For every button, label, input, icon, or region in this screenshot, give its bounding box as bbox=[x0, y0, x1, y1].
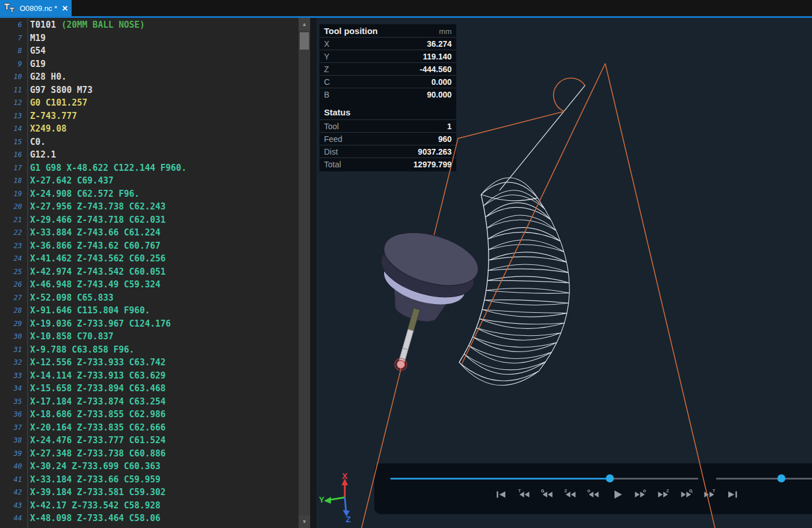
status-row-tool: Tool1 bbox=[319, 119, 456, 132]
units-label: mm bbox=[439, 27, 452, 36]
code-line[interactable]: 28X-91.646 C115.804 F960. bbox=[0, 304, 299, 317]
code-line[interactable]: 22X-33.884 Z-743.66 C61.224 bbox=[0, 226, 299, 239]
progress-slider[interactable] bbox=[390, 474, 698, 482]
code-line[interactable]: 44X-48.098 Z-733.464 C58.06 bbox=[0, 512, 299, 525]
position-row-x: X36.274 bbox=[319, 37, 456, 50]
gcode-text: M19 bbox=[30, 33, 46, 43]
hud-label: Feed bbox=[324, 134, 342, 144]
code-line[interactable]: 12G0 C101.257 bbox=[0, 96, 299, 110]
code-line[interactable]: 17G1 G98 X-48.622 C122.144 F960. bbox=[0, 162, 299, 175]
tool-position-panel: Tool position mm X36.274Y119.140Z-444.56… bbox=[319, 24, 456, 171]
hud-value: 0.000 bbox=[431, 77, 452, 87]
code-line[interactable]: 8G54 bbox=[0, 44, 299, 58]
speed-slider[interactable] bbox=[716, 474, 812, 482]
rewind-to-search-point-icon bbox=[540, 489, 555, 500]
forward-to-tool-change-button[interactable]: T bbox=[701, 488, 717, 501]
tab-close-icon[interactable]: ✕ bbox=[62, 4, 68, 13]
scrollbar-thumb[interactable] bbox=[300, 32, 309, 50]
rewind-to-search-point-button[interactable] bbox=[539, 488, 555, 501]
progress-thumb[interactable] bbox=[606, 474, 614, 482]
code-line[interactable]: 33X-14.114 Z-733.913 C63.629 bbox=[0, 369, 299, 383]
rewind-z-move-button[interactable]: Z bbox=[563, 488, 578, 501]
code-line[interactable]: 16G12.1 bbox=[0, 148, 299, 162]
line-number: 29 bbox=[0, 320, 30, 328]
cnc-simulator-window: { "tab": { "title": "O0809.nc", "modifie… bbox=[0, 0, 812, 528]
code-line[interactable]: 21X-29.466 Z-743.718 C62.031 bbox=[0, 214, 299, 227]
gcode-text: X-20.164 Z-733.835 C62.666 bbox=[30, 422, 166, 433]
code-line[interactable]: 43X-42.17 Z-733.542 C58.928 bbox=[0, 499, 299, 512]
code-line[interactable]: 23X-36.866 Z-743.62 C60.767 bbox=[0, 239, 299, 253]
forward-operation-button[interactable] bbox=[632, 488, 647, 501]
code-line[interactable]: 15C0. bbox=[0, 136, 299, 149]
line-number: 11 bbox=[0, 86, 30, 94]
gcode-text: Z-743.777 bbox=[30, 111, 77, 121]
hud-label: Dist bbox=[324, 147, 338, 156]
rewind-operation-button[interactable] bbox=[586, 488, 601, 501]
gcode-text: X-41.462 Z-743.562 C60.256 bbox=[30, 253, 166, 264]
code-line[interactable]: 27X-52.098 C65.833 bbox=[0, 291, 299, 305]
code-line[interactable]: 39X-27.348 Z-733.738 C60.886 bbox=[0, 447, 299, 460]
play-button[interactable] bbox=[609, 488, 624, 501]
forward-to-search-point-button[interactable] bbox=[678, 488, 694, 501]
code-line[interactable]: 20X-27.956 Z-743.738 C62.243 bbox=[0, 200, 299, 214]
hud-label: B bbox=[324, 90, 329, 99]
code-line[interactable]: 38X-24.476 Z-733.777 C61.524 bbox=[0, 434, 299, 447]
scroll-down-button[interactable]: ▼ bbox=[299, 515, 310, 528]
speed-track[interactable] bbox=[716, 478, 812, 480]
code-line[interactable]: 35X-17.184 Z-733.874 C63.254 bbox=[0, 395, 299, 409]
line-number: 15 bbox=[0, 138, 30, 146]
scroll-up-button[interactable]: ▲ bbox=[299, 18, 310, 31]
hud-label: Z bbox=[324, 65, 329, 74]
code-line[interactable]: 29X-19.036 Z-733.967 C124.176 bbox=[0, 317, 299, 331]
svg-text:Z: Z bbox=[346, 515, 351, 524]
code-line[interactable]: 6T0101 (20MM BALL NOSE) bbox=[0, 18, 299, 32]
line-number: 43 bbox=[0, 501, 30, 510]
code-line[interactable]: 40X-30.24 Z-733.699 C60.363 bbox=[0, 460, 299, 473]
code-line[interactable]: 31X-9.788 C63.858 F96. bbox=[0, 343, 299, 357]
line-number: 13 bbox=[0, 112, 30, 120]
hud-label: Tool bbox=[324, 122, 339, 131]
gcode-editor[interactable]: 6T0101 (20MM BALL NOSE)7M198G549G1910G28… bbox=[0, 18, 299, 528]
code-line[interactable]: 37X-20.164 Z-733.835 C62.666 bbox=[0, 421, 299, 435]
hud-value: 12979.799 bbox=[414, 160, 452, 169]
code-line[interactable]: 25X-42.974 Z-743.542 C60.051 bbox=[0, 265, 299, 279]
code-line[interactable]: 11G97 S800 M73 bbox=[0, 84, 299, 97]
code-line[interactable]: 34X-15.658 Z-733.894 C63.468 bbox=[0, 382, 299, 395]
gcode-text: X-36.866 Z-743.62 C60.767 bbox=[30, 241, 161, 251]
line-number: 10 bbox=[0, 73, 30, 81]
code-line[interactable]: 32X-12.556 Z-733.933 C63.742 bbox=[0, 356, 299, 369]
code-line[interactable]: 41X-33.184 Z-733.66 C59.959 bbox=[0, 473, 299, 486]
skip-to-end-button[interactable] bbox=[724, 488, 740, 501]
tab-o0809[interactable]: O0809.nc * ✕ bbox=[0, 0, 72, 16]
hud-value: 36.274 bbox=[427, 39, 452, 48]
code-line[interactable]: 18X-27.642 C69.437 bbox=[0, 174, 299, 188]
code-line[interactable]: 13Z-743.777 bbox=[0, 110, 299, 123]
code-line[interactable]: 36X-18.686 Z-733.855 C62.986 bbox=[0, 408, 299, 421]
code-line[interactable]: 26X-46.948 Z-743.49 C59.324 bbox=[0, 278, 299, 291]
code-line[interactable]: 30X-10.858 C70.837 bbox=[0, 330, 299, 343]
code-line[interactable]: 42X-39.184 Z-733.581 C59.302 bbox=[0, 486, 299, 499]
hud-label: Total bbox=[324, 160, 341, 169]
line-number: 6 bbox=[0, 21, 30, 29]
rewind-to-tool-change-button[interactable]: T bbox=[516, 488, 532, 501]
speed-thumb[interactable] bbox=[777, 474, 785, 482]
code-line[interactable]: 7M19 bbox=[0, 32, 299, 45]
code-line[interactable]: 10G28 H0. bbox=[0, 70, 299, 84]
skip-to-start-button[interactable] bbox=[493, 488, 509, 501]
simulation-viewport[interactable]: Tool position mm X36.274Y119.140Z-444.56… bbox=[316, 18, 812, 528]
gcode-text: X-18.686 Z-733.855 C62.986 bbox=[30, 409, 166, 420]
line-number: 37 bbox=[0, 424, 30, 432]
line-number: 22 bbox=[0, 229, 30, 237]
code-line[interactable]: 14X249.08 bbox=[0, 122, 299, 136]
line-number: 9 bbox=[0, 60, 30, 68]
code-line[interactable]: 9G19 bbox=[0, 58, 299, 71]
line-number: 32 bbox=[0, 358, 30, 366]
gcode-text: X-42.974 Z-743.542 C60.051 bbox=[30, 267, 166, 277]
code-line[interactable]: 19X-24.908 C62.572 F96. bbox=[0, 188, 299, 201]
editor-scrollbar[interactable]: ▲ ▼ bbox=[299, 18, 310, 528]
line-number: 12 bbox=[0, 99, 30, 107]
line-number: 19 bbox=[0, 190, 30, 198]
modified-indicator: * bbox=[54, 4, 57, 13]
forward-z-move-button[interactable]: Z bbox=[655, 488, 671, 501]
code-line[interactable]: 24X-41.462 Z-743.562 C60.256 bbox=[0, 252, 299, 265]
